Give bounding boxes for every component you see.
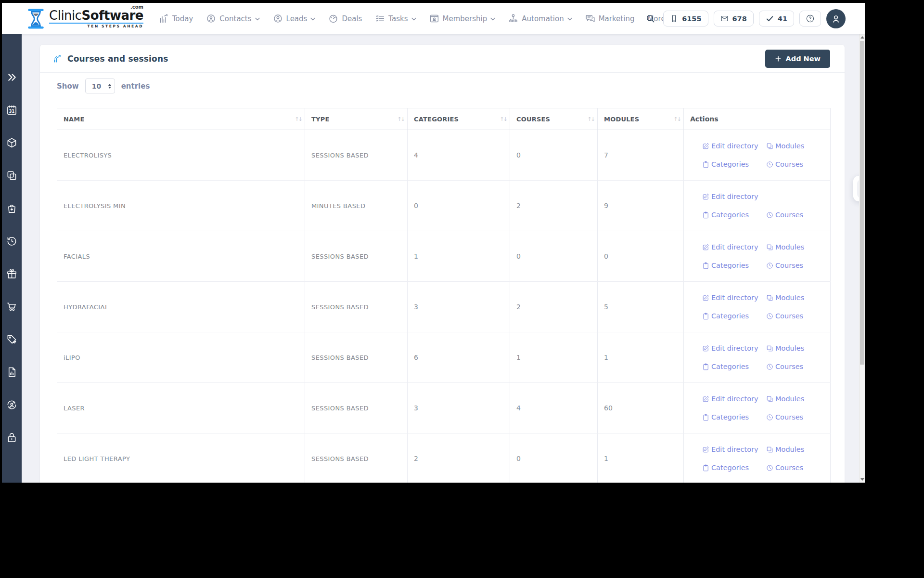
clinicsoftware-logo[interactable]: .com ClinicSoftware TEN STEPS AHEAD — [27, 8, 143, 29]
show-label: Show — [57, 82, 79, 91]
cell-categories: 3 — [408, 282, 510, 332]
action-link-courses[interactable]: Courses — [766, 160, 804, 168]
floating-cart-button[interactable] — [853, 176, 859, 201]
vertical-scrollbar[interactable] — [859, 34, 865, 483]
nav-item-membership[interactable]: Membership — [429, 13, 496, 24]
main-menu: TodayContactsLeadsDealsTasksMembershipAu… — [159, 13, 674, 24]
sidebar-user-sync-icon[interactable] — [6, 399, 17, 410]
sidebar-copy-icon[interactable] — [6, 170, 17, 181]
help-button[interactable] — [799, 11, 821, 26]
action-link-courses[interactable]: Courses — [766, 211, 803, 219]
check-counter-badge[interactable]: 41 — [759, 11, 794, 26]
action-link-courses[interactable]: Courses — [766, 262, 804, 269]
user-avatar[interactable] — [826, 9, 846, 28]
action-link-modules[interactable]: Modules — [766, 395, 804, 403]
membership-icon — [429, 13, 439, 24]
action-link-edit-directory[interactable]: Edit directory — [702, 193, 766, 200]
action-link-categories[interactable]: Categories — [702, 413, 766, 421]
scrollbar-down-arrow[interactable] — [860, 476, 865, 483]
page-size-select[interactable]: 10 — [85, 79, 115, 93]
action-link-modules[interactable]: Modules — [766, 446, 804, 453]
add-new-button[interactable]: Add New — [765, 50, 830, 68]
sidebar-double-chevron-right-icon[interactable] — [6, 72, 17, 83]
cell-categories: 6 — [408, 332, 510, 383]
deals-icon — [328, 13, 338, 24]
column-header-modules[interactable]: MODULES↑↓ — [598, 108, 684, 130]
chevron-down-icon — [567, 16, 572, 21]
table-row: LASERSESSIONS BASED3460Edit directoryMod… — [57, 383, 831, 434]
action-link-categories[interactable]: Categories — [702, 312, 766, 320]
sidebar-price-tag-icon[interactable] — [6, 334, 17, 345]
action-link-edit-directory[interactable]: Edit directory — [702, 446, 766, 453]
navbar-right-cluster: 615567841 — [646, 3, 846, 34]
action-link-modules[interactable]: Modules — [766, 142, 804, 150]
cell-actions: Edit directoryModulesCategoriesCourses — [684, 282, 831, 332]
sidebar-cart-icon[interactable] — [6, 301, 17, 312]
action-link-modules[interactable]: Modules — [766, 243, 804, 251]
cell-categories: 0 — [408, 181, 510, 231]
svg-text:31: 31 — [9, 109, 15, 114]
column-header-categories[interactable]: CATEGORIES↑↓ — [408, 108, 510, 130]
column-header-type[interactable]: TYPE↑↓ — [305, 108, 408, 130]
cell-categories: 4 — [408, 130, 510, 181]
nav-item-today[interactable]: Today — [159, 13, 193, 24]
edit-icon — [702, 446, 709, 453]
sidebar-lock-icon[interactable] — [6, 432, 17, 443]
sidebar-report-icon[interactable] — [6, 367, 17, 378]
sidebar-bag-arrow-icon[interactable] — [6, 203, 17, 214]
action-link-categories[interactable]: Categories — [702, 211, 766, 219]
tasks-icon — [375, 13, 385, 24]
action-link-courses[interactable]: Courses — [766, 363, 804, 370]
content-area: Courses and sessions Add New Show 10 — [22, 34, 859, 483]
cell-modules: 1 — [598, 434, 684, 483]
sidebar-calendar-icon[interactable]: 31 — [6, 105, 17, 116]
sidebar-gift-icon[interactable] — [6, 268, 17, 279]
nav-item-deals[interactable]: Deals — [328, 13, 362, 24]
search-icon[interactable] — [646, 14, 655, 23]
action-link-categories[interactable]: Categories — [702, 363, 766, 370]
action-link-courses[interactable]: Courses — [766, 464, 804, 472]
top-navbar: .com ClinicSoftware TEN STEPS AHEAD Toda… — [2, 3, 865, 34]
action-link-modules[interactable]: Modules — [766, 344, 804, 352]
cell-actions: Edit directoryModulesCategoriesCourses — [684, 332, 831, 383]
app-window: .com ClinicSoftware TEN STEPS AHEAD Toda… — [2, 3, 865, 483]
action-link-edit-directory[interactable]: Edit directory — [702, 294, 766, 302]
cell-name: ELECTROLISYS — [57, 130, 305, 181]
action-link-categories[interactable]: Categories — [702, 262, 766, 269]
phone-icon — [670, 14, 678, 23]
scrollbar-up-arrow[interactable] — [860, 34, 865, 40]
action-link-edit-directory[interactable]: Edit directory — [702, 344, 766, 352]
nav-item-contacts[interactable]: Contacts — [206, 13, 259, 24]
cell-courses: 0 — [510, 231, 598, 282]
table-row: ELECTROLYSIS MINMINUTES BASED029Edit dir… — [57, 181, 831, 231]
action-link-categories[interactable]: Categories — [702, 464, 766, 472]
cell-courses: 0 — [510, 434, 598, 483]
phone-counter-badge[interactable]: 6155 — [663, 11, 708, 26]
nav-item-marketing[interactable]: Marketing — [585, 13, 635, 24]
courses-icon — [766, 363, 773, 370]
scrollbar-thumb[interactable] — [860, 41, 864, 365]
courses-icon — [766, 313, 773, 320]
cell-type: SESSIONS BASED — [305, 282, 408, 332]
nav-item-automation[interactable]: Automation — [508, 13, 572, 24]
action-link-courses[interactable]: Courses — [766, 312, 804, 320]
cell-type: SESSIONS BASED — [305, 130, 408, 181]
mail-counter-badge[interactable]: 678 — [714, 11, 754, 26]
action-link-categories[interactable]: Categories — [702, 160, 766, 168]
nav-item-tasks[interactable]: Tasks — [375, 13, 416, 24]
courses-icon — [766, 464, 773, 472]
column-header-name[interactable]: NAME↑↓ — [57, 108, 305, 130]
cell-categories: 3 — [408, 383, 510, 434]
action-link-edit-directory[interactable]: Edit directory — [702, 395, 766, 403]
nav-item-leads[interactable]: Leads — [273, 13, 316, 24]
cell-modules: 0 — [598, 231, 684, 282]
column-header-courses[interactable]: COURSES↑↓ — [510, 108, 598, 130]
sidebar-cube-icon[interactable] — [6, 137, 17, 148]
action-link-modules[interactable]: Modules — [766, 294, 804, 302]
action-link-edit-directory[interactable]: Edit directory — [702, 142, 766, 150]
page-size-control: Show 10 entries — [57, 79, 830, 93]
sidebar-history-icon[interactable] — [6, 236, 17, 247]
action-link-edit-directory[interactable]: Edit directory — [702, 243, 766, 251]
cell-modules: 9 — [598, 181, 684, 231]
action-link-courses[interactable]: Courses — [766, 413, 804, 421]
